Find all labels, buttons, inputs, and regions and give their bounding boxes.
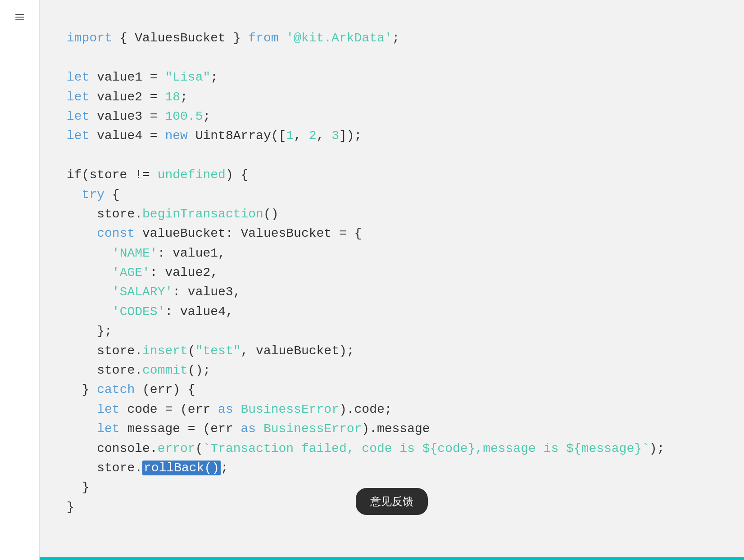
bottom-bar	[40, 557, 744, 560]
code-area: import { ValuesBucket } from '@kit.ArkDa…	[40, 0, 744, 560]
menu-icon[interactable]	[10, 7, 30, 27]
code-block: import { ValuesBucket } from '@kit.ArkDa…	[67, 9, 726, 537]
sidebar	[0, 0, 40, 560]
feedback-button[interactable]: 意见反馈	[356, 488, 428, 515]
main-container: import { ValuesBucket } from '@kit.ArkDa…	[0, 0, 744, 560]
